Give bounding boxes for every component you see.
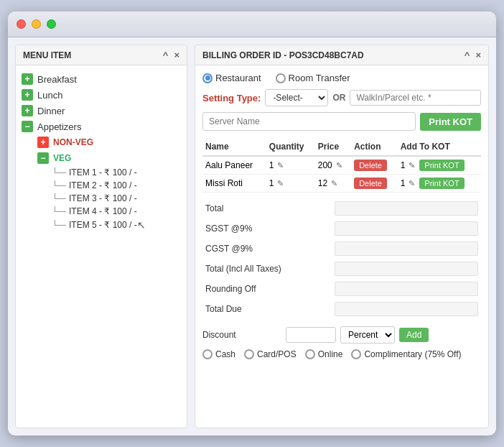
tree-item-lunch[interactable]: + Lunch [20, 87, 182, 103]
room-transfer-radio[interactable]: Room Transfer [276, 73, 350, 83]
appetizers-label: Appetizers [37, 121, 181, 132]
close-window-button[interactable] [17, 19, 26, 29]
lunch-expand-icon: + [22, 89, 33, 101]
veg-item-3-label: ITEM 3 - ₹ 100 / - [69, 193, 137, 203]
payment-cash[interactable]: Cash [202, 349, 235, 359]
summary-label-5: Total Due [202, 299, 332, 319]
tree-item-non-veg[interactable]: + NON-VEG [36, 134, 182, 150]
tree-item-veg[interactable]: − VEG [36, 150, 182, 166]
summary-label-3: Total (Incl All Taxes) [202, 259, 332, 279]
summary-value-0 [332, 198, 481, 218]
setting-type-select[interactable]: -Select- Dine In Takeaway Delivery [265, 89, 328, 106]
tree-connector-4 [55, 206, 66, 212]
billing-type-radio-row: Restaurant Room Transfer [202, 73, 481, 83]
order-price-aalu: 200 ✎ [315, 156, 351, 175]
menu-tree: + Breakfast + Lunch + Dinner − Appetizer… [16, 65, 187, 428]
veg-label: VEG [53, 153, 71, 163]
panel-header-actions: ^ × [163, 50, 179, 60]
list-item[interactable]: ITEM 3 - ₹ 100 / - [52, 192, 182, 205]
content-area: MENU ITEM ^ × + Breakfast + Lunch [8, 37, 496, 436]
restaurant-radio-label: Restaurant [215, 73, 261, 83]
minimize-window-button[interactable] [32, 19, 41, 29]
restaurant-radio[interactable]: Restaurant [202, 73, 261, 83]
aalu-qty-edit-icon[interactable]: ✎ [277, 161, 284, 170]
menu-item-title: MENU ITEM [23, 50, 71, 60]
col-add-to-kot: Add To KOT [398, 138, 481, 156]
tree-connector-5 [55, 220, 66, 226]
dinner-label: Dinner [37, 106, 181, 116]
aalu-price-edit-icon[interactable]: ✎ [336, 161, 342, 170]
setting-type-row: Setting Type: -Select- Dine In Takeaway … [202, 89, 481, 106]
summary-row: Total Due [202, 299, 481, 319]
billing-expand-button[interactable]: ^ [465, 50, 470, 60]
col-quantity: Quantity [266, 138, 315, 156]
order-name-aalu: Aalu Paneer [202, 156, 266, 175]
close-panel-button[interactable]: × [174, 50, 179, 60]
summary-row: Rounding Off [202, 279, 481, 299]
print-kot-header-button[interactable]: Print KOT [420, 113, 481, 131]
discount-type-select[interactable]: Percent Flat [340, 326, 395, 344]
breakfast-label: Breakfast [37, 74, 181, 85]
aalu-delete-button[interactable]: Delete [354, 160, 387, 171]
card-radio-dot [244, 349, 254, 359]
discount-add-button[interactable]: Add [399, 328, 429, 342]
col-name: Name [202, 138, 266, 156]
order-kot-aalu: 1 ✎ Print KOT [398, 156, 481, 175]
billing-close-button[interactable]: × [475, 50, 481, 60]
veg-expand-icon: − [37, 152, 49, 164]
payment-options-row: Cash Card/POS Online Complimentary (75% … [202, 349, 481, 359]
order-qty-missi: 1 ✎ [266, 175, 315, 193]
room-transfer-radio-label: Room Transfer [289, 73, 350, 83]
maximize-window-button[interactable] [47, 19, 56, 29]
discount-row: Discount Percent Flat Add [202, 326, 481, 344]
aalu-print-kot-button[interactable]: Print KOT [419, 160, 464, 171]
missi-qty-edit-icon[interactable]: ✎ [277, 179, 284, 188]
menu-item-panel-header: MENU ITEM ^ × [16, 45, 187, 65]
aalu-price-value: 200 [318, 160, 332, 170]
or-label: OR [332, 93, 345, 103]
order-action-aalu: Delete [351, 156, 398, 175]
summary-table: Total SGST @9% CGST @9% Total (Incl All … [202, 198, 481, 319]
veg-item-2-label: ITEM 2 - ₹ 100 / - [69, 180, 137, 190]
restaurant-radio-dot [202, 73, 213, 83]
main-window: MENU ITEM ^ × + Breakfast + Lunch [8, 11, 496, 436]
list-item[interactable]: ITEM 4 - ₹ 100 / - [52, 205, 182, 218]
list-item[interactable]: ITEM 1 - ₹ 100 / - [52, 166, 182, 179]
payment-online[interactable]: Online [305, 349, 343, 359]
menu-item-panel: MENU ITEM ^ × + Breakfast + Lunch [15, 45, 187, 428]
server-name-input[interactable] [202, 112, 416, 131]
online-radio-dot [305, 349, 315, 359]
walkin-input[interactable] [350, 90, 481, 106]
tree-item-appetizers[interactable]: − Appetizers [20, 119, 182, 134]
list-item[interactable]: ITEM 2 - ₹ 100 / - [52, 179, 182, 192]
payment-complimentary[interactable]: Complimentary (75% Off) [351, 349, 461, 359]
veg-item-5-label: ITEM 5 - ₹ 100 / - [69, 220, 137, 230]
aalu-kot-edit-icon[interactable]: ✎ [409, 161, 415, 170]
billing-panel-header: BILLING ORDER ID - POS3CD48BC7AD ^ × [195, 45, 488, 65]
missi-print-kot-button[interactable]: Print KOT [419, 178, 464, 189]
non-veg-expand-icon: + [37, 137, 49, 148]
summary-value-1 [332, 218, 481, 239]
tree-connector-2 [55, 180, 66, 186]
server-name-row: Print KOT [202, 112, 481, 131]
setting-type-label: Setting Type: [202, 93, 261, 103]
tree-item-dinner[interactable]: + Dinner [20, 103, 182, 119]
summary-label-2: CGST @9% [202, 239, 332, 259]
summary-value-5 [332, 299, 481, 319]
room-transfer-radio-dot [276, 73, 286, 83]
billing-panel: BILLING ORDER ID - POS3CD48BC7AD ^ × Res… [195, 45, 489, 428]
summary-label-0: Total [202, 198, 332, 218]
payment-card[interactable]: Card/POS [244, 349, 297, 359]
tree-connector-1 [55, 167, 66, 173]
missi-price-edit-icon[interactable]: ✎ [331, 179, 337, 188]
aalu-kot-qty: 1 [401, 160, 406, 170]
discount-input[interactable] [286, 327, 336, 343]
col-price: Price [315, 138, 351, 156]
col-action: Action [351, 138, 398, 156]
expand-panel-button[interactable]: ^ [163, 50, 169, 60]
missi-kot-edit-icon[interactable]: ✎ [409, 179, 415, 188]
missi-delete-button[interactable]: Delete [354, 178, 387, 189]
aalu-qty-value: 1 [269, 160, 274, 170]
list-item[interactable]: ITEM 5 - ₹ 100 / - ↖ [52, 218, 182, 232]
tree-item-breakfast[interactable]: + Breakfast [20, 71, 182, 87]
